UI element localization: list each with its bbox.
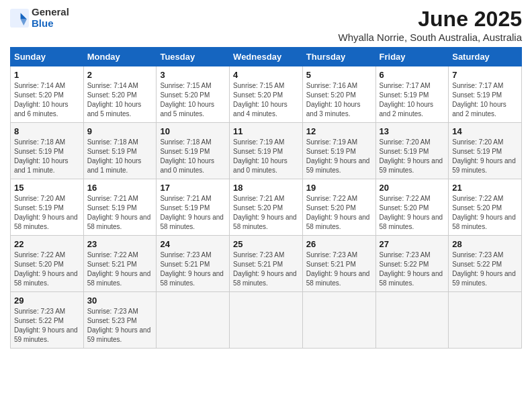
calendar-week-row: 1 Sunrise: 7:14 AM Sunset: 5:20 PM Dayli…: [11, 66, 522, 123]
day-info: Sunrise: 7:22 AM Sunset: 5:20 PM Dayligh…: [452, 194, 518, 232]
calendar-day-cell: 25 Sunrise: 7:23 AM Sunset: 5:21 PM Dayl…: [230, 236, 303, 292]
calendar-empty-cell: [302, 292, 375, 349]
day-number: 9: [87, 126, 153, 136]
day-info: Sunrise: 7:18 AM Sunset: 5:19 PM Dayligh…: [87, 138, 153, 175]
calendar-week-row: 15 Sunrise: 7:20 AM Sunset: 5:19 PM Dayl…: [11, 179, 522, 236]
day-number: 12: [306, 126, 372, 136]
day-number: 3: [160, 70, 226, 80]
header: General Blue June 2025 Whyalla Norrie, S…: [10, 7, 522, 43]
day-number: 16: [87, 183, 153, 193]
calendar-day-cell: 29 Sunrise: 7:23 AM Sunset: 5:22 PM Dayl…: [11, 292, 84, 349]
day-number: 20: [380, 183, 445, 193]
day-info: Sunrise: 7:15 AM Sunset: 5:20 PM Dayligh…: [233, 81, 299, 119]
day-info: Sunrise: 7:22 AM Sunset: 5:20 PM Dayligh…: [380, 194, 445, 232]
day-info: Sunrise: 7:21 AM Sunset: 5:19 PM Dayligh…: [160, 194, 226, 232]
calendar-day-cell: 27 Sunrise: 7:23 AM Sunset: 5:22 PM Dayl…: [375, 236, 449, 292]
day-number: 8: [14, 126, 80, 136]
calendar-day-cell: 28 Sunrise: 7:23 AM Sunset: 5:22 PM Dayl…: [449, 236, 522, 292]
calendar-day-cell: 23 Sunrise: 7:22 AM Sunset: 5:21 PM Dayl…: [83, 236, 157, 292]
calendar-empty-cell: [230, 292, 303, 349]
header-wednesday: Wednesday: [230, 48, 303, 66]
calendar-day-cell: 21 Sunrise: 7:22 AM Sunset: 5:20 PM Dayl…: [449, 179, 522, 236]
calendar-day-cell: 7 Sunrise: 7:17 AM Sunset: 5:19 PM Dayli…: [449, 66, 522, 123]
calendar-day-cell: 14 Sunrise: 7:20 AM Sunset: 5:19 PM Dayl…: [449, 123, 522, 179]
calendar-empty-cell: [449, 292, 522, 349]
calendar-day-cell: 15 Sunrise: 7:20 AM Sunset: 5:19 PM Dayl…: [11, 179, 84, 236]
calendar-day-cell: 12 Sunrise: 7:19 AM Sunset: 5:19 PM Dayl…: [302, 123, 375, 179]
logo-text: General Blue: [32, 7, 69, 29]
calendar-day-cell: 5 Sunrise: 7:16 AM Sunset: 5:20 PM Dayli…: [302, 66, 375, 123]
day-number: 1: [14, 70, 80, 80]
location-title: Whyalla Norrie, South Australia, Austral…: [339, 32, 522, 43]
logo-icon: [10, 9, 29, 28]
day-info: Sunrise: 7:21 AM Sunset: 5:20 PM Dayligh…: [233, 194, 299, 232]
day-number: 26: [306, 239, 372, 249]
header-monday: Monday: [83, 48, 157, 66]
day-number: 18: [233, 183, 299, 193]
day-number: 22: [14, 239, 80, 249]
calendar-day-cell: 30 Sunrise: 7:23 AM Sunset: 5:23 PM Dayl…: [83, 292, 157, 349]
calendar-day-cell: 17 Sunrise: 7:21 AM Sunset: 5:19 PM Dayl…: [157, 179, 230, 236]
header-sunday: Sunday: [11, 48, 84, 66]
calendar-day-cell: 18 Sunrise: 7:21 AM Sunset: 5:20 PM Dayl…: [230, 179, 303, 236]
month-title: June 2025: [339, 7, 522, 32]
day-number: 13: [380, 126, 445, 136]
day-info: Sunrise: 7:15 AM Sunset: 5:20 PM Dayligh…: [160, 81, 226, 119]
day-info: Sunrise: 7:19 AM Sunset: 5:19 PM Dayligh…: [233, 138, 299, 175]
day-info: Sunrise: 7:18 AM Sunset: 5:19 PM Dayligh…: [160, 138, 226, 175]
calendar-day-cell: 26 Sunrise: 7:23 AM Sunset: 5:21 PM Dayl…: [302, 236, 375, 292]
day-number: 17: [160, 183, 226, 193]
day-info: Sunrise: 7:22 AM Sunset: 5:20 PM Dayligh…: [14, 250, 80, 288]
calendar-day-cell: 13 Sunrise: 7:20 AM Sunset: 5:19 PM Dayl…: [375, 123, 449, 179]
calendar-day-cell: 20 Sunrise: 7:22 AM Sunset: 5:20 PM Dayl…: [375, 179, 449, 236]
day-info: Sunrise: 7:23 AM Sunset: 5:21 PM Dayligh…: [160, 250, 226, 288]
calendar-day-cell: 4 Sunrise: 7:15 AM Sunset: 5:20 PM Dayli…: [230, 66, 303, 123]
day-info: Sunrise: 7:14 AM Sunset: 5:20 PM Dayligh…: [14, 81, 80, 119]
svg-rect-0: [10, 9, 29, 28]
calendar-week-row: 8 Sunrise: 7:18 AM Sunset: 5:19 PM Dayli…: [11, 123, 522, 179]
calendar-day-cell: 8 Sunrise: 7:18 AM Sunset: 5:19 PM Dayli…: [11, 123, 84, 179]
title-area: June 2025 Whyalla Norrie, South Australi…: [339, 7, 522, 43]
day-number: 23: [87, 239, 153, 249]
day-info: Sunrise: 7:20 AM Sunset: 5:19 PM Dayligh…: [380, 138, 445, 175]
calendar-day-cell: 11 Sunrise: 7:19 AM Sunset: 5:19 PM Dayl…: [230, 123, 303, 179]
calendar-day-cell: 10 Sunrise: 7:18 AM Sunset: 5:19 PM Dayl…: [157, 123, 230, 179]
header-thursday: Thursday: [302, 48, 375, 66]
calendar-day-cell: 24 Sunrise: 7:23 AM Sunset: 5:21 PM Dayl…: [157, 236, 230, 292]
day-info: Sunrise: 7:22 AM Sunset: 5:20 PM Dayligh…: [306, 194, 372, 232]
day-number: 14: [452, 126, 518, 136]
day-info: Sunrise: 7:19 AM Sunset: 5:19 PM Dayligh…: [306, 138, 372, 175]
calendar-week-row: 22 Sunrise: 7:22 AM Sunset: 5:20 PM Dayl…: [11, 236, 522, 292]
calendar-header-row: SundayMondayTuesdayWednesdayThursdayFrid…: [11, 48, 522, 66]
calendar-day-cell: 22 Sunrise: 7:22 AM Sunset: 5:20 PM Dayl…: [11, 236, 84, 292]
logo: General Blue: [10, 7, 69, 29]
day-number: 21: [452, 183, 518, 193]
calendar-table: SundayMondayTuesdayWednesdayThursdayFrid…: [10, 47, 522, 349]
day-number: 6: [380, 70, 445, 80]
day-info: Sunrise: 7:23 AM Sunset: 5:23 PM Dayligh…: [87, 307, 153, 345]
header-saturday: Saturday: [449, 48, 522, 66]
calendar-day-cell: 16 Sunrise: 7:21 AM Sunset: 5:19 PM Dayl…: [83, 179, 157, 236]
header-tuesday: Tuesday: [157, 48, 230, 66]
calendar-empty-cell: [375, 292, 449, 349]
day-number: 5: [306, 70, 372, 80]
day-info: Sunrise: 7:17 AM Sunset: 5:19 PM Dayligh…: [380, 81, 445, 119]
calendar-day-cell: 6 Sunrise: 7:17 AM Sunset: 5:19 PM Dayli…: [375, 66, 449, 123]
day-info: Sunrise: 7:20 AM Sunset: 5:19 PM Dayligh…: [452, 138, 518, 175]
day-number: 7: [452, 70, 518, 80]
day-info: Sunrise: 7:18 AM Sunset: 5:19 PM Dayligh…: [14, 138, 80, 175]
day-info: Sunrise: 7:23 AM Sunset: 5:22 PM Dayligh…: [452, 250, 518, 288]
day-number: 11: [233, 126, 299, 136]
day-number: 10: [160, 126, 226, 136]
calendar-week-row: 29 Sunrise: 7:23 AM Sunset: 5:22 PM Dayl…: [11, 292, 522, 349]
day-number: 28: [452, 239, 518, 249]
day-number: 29: [14, 295, 80, 306]
day-number: 15: [14, 183, 80, 193]
day-info: Sunrise: 7:21 AM Sunset: 5:19 PM Dayligh…: [87, 194, 153, 232]
calendar-day-cell: 3 Sunrise: 7:15 AM Sunset: 5:20 PM Dayli…: [157, 66, 230, 123]
day-info: Sunrise: 7:16 AM Sunset: 5:20 PM Dayligh…: [306, 81, 372, 119]
day-number: 30: [87, 295, 153, 306]
calendar-empty-cell: [157, 292, 230, 349]
day-info: Sunrise: 7:20 AM Sunset: 5:19 PM Dayligh…: [14, 194, 80, 232]
day-info: Sunrise: 7:17 AM Sunset: 5:19 PM Dayligh…: [452, 81, 518, 119]
